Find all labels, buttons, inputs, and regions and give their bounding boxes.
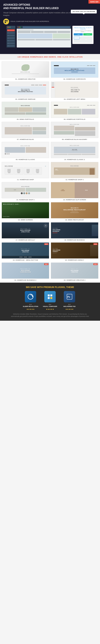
homepage-label-11: 11. HOMEPAGE SHOP (2, 179, 49, 180)
builder-add-btn[interactable]: + Add (74, 33, 83, 36)
premium-title: $65 SAVE WITH PREMIUM PLUGINS, THEME (3, 286, 97, 288)
homepage-label-16: 16. DEMO RESTAURANT (51, 219, 98, 221)
homepage-label-21: 21. HOMEPAGE BUSINESS 2 (2, 279, 49, 281)
svg-rect-0 (5, 20, 6, 22)
homepage-label-17: 17. HOMEPAGE DEFAULT (2, 239, 49, 241)
plugin-stars-1: ★★★★★ (42, 308, 58, 310)
homepage-thumb-20: WELCOME WOLVERINEAGENCY NEW (51, 242, 98, 258)
homepage-thumb-15: WOLVERINE'S GAR... Natural & Organic (2, 202, 49, 218)
homepage-thumb-19: WELCOME TO WOLVERINECREATIVE NEW (2, 242, 49, 258)
plugin-price-2: $12 (61, 304, 78, 305)
plugin-name-2: WOLVERINE PSD (61, 306, 78, 307)
save-badge: SAVE $34 (88, 0, 100, 4)
homepage-item-13[interactable]: WOLVERINE SHOP 13. HOMEPAGE SHOP 3 (2, 182, 49, 200)
homepage-thumb-13: WOLVERINE SHOP (2, 182, 49, 198)
builder-right-panel: Welcome to Blank Page, You Have No Conte… (72, 26, 94, 48)
vc-badge: VISUAL COMPOSER PAGE BUILDER FOR WORDPRE… (3, 19, 97, 24)
homepages-grid: WOLVERINE 01. HOMEPAGE CREATIVE WELCOME … (0, 60, 100, 282)
homepage-item-14[interactable]: SLIPSCREEN PAGE 14. HOMEPAGE SLIP SCREEN (51, 182, 98, 200)
homepage-item-5[interactable]: WOLVERINE 05. DEMO PORTFOLIO (2, 102, 49, 120)
homepage-item-18[interactable]: WELCOME WOLVERINEBUSINESS 18. HOMEPAGE B… (51, 222, 98, 241)
homepage-label-9: 09. HOMEPAGE CLASSIC (2, 159, 49, 160)
homepage-label-22: 22. HOMEPAGE CREATIVE 2 (51, 279, 98, 281)
new-badge-22: NEW (93, 263, 98, 265)
plugin-item-0: $19 SLIDER REVOLUTION ★★★★★ (22, 291, 39, 310)
homepage-label-18: 18. HOMEPAGE BUSINESS (51, 239, 98, 241)
plugin-stars-0: ★★★★★ (22, 308, 39, 310)
homepage-item-8[interactable]: WOLVERINE 08. HOMEPAGE BLOG MASONRY (51, 122, 98, 140)
homepage-label-7: 07. HOMEPAGE BLOG (2, 139, 49, 140)
any-page-bubble: ANY PAGE TYPE YOU CAN IMAGINE (71, 10, 97, 14)
svg-rect-9 (50, 297, 52, 299)
homepage-item-12[interactable]: WOLVERINE SHOP 12. HOMEPAGE SHOP 2 (51, 162, 98, 180)
plugin-item-2: Ps $12 WOLVERINE PSD ★★★★★ (61, 291, 78, 310)
plugin-icon-2: Ps (64, 291, 75, 302)
homepage-item-21[interactable]: WELCOME TO WOLVERINECORPORATION NEW21. H… (2, 262, 49, 281)
homepage-label-15: 15. DEMO GARDEN (2, 219, 49, 221)
homepage-item-22[interactable]: WELC. TO WOLVERINECREATIVE NEW22. HOMEPA… (51, 262, 98, 281)
homepages-section-title: >20 UNIQUE HOMEPAGES AND DEMOS. ONE CLIC… (0, 54, 100, 60)
homepage-item-15[interactable]: WOLVERINE'S GAR... Natural & Organic 15.… (2, 202, 49, 221)
homepage-item-1[interactable]: WOLVERINE 01. HOMEPAGE CREATIVE (2, 62, 49, 80)
plugin-price-1: $34 (42, 304, 58, 305)
homepage-item-7[interactable]: WOLVERINE 07. HOMEPAGE BLOG (2, 122, 49, 140)
homepage-item-4[interactable]: WOLVERINE WELCOME TO WOLVERINE 04. HOMEP… (51, 82, 98, 100)
homepage-thumb-1: WOLVERINE (2, 62, 49, 78)
plugin-name-1: VISUAL COMPOSER (42, 306, 58, 307)
homepage-label-1: 01. HOMEPAGE CREATIVE (2, 78, 49, 80)
homepage-item-20[interactable]: WELCOME WOLVERINEAGENCY NEW20. HOMEPAGE … (51, 242, 98, 261)
header-title: ADVANCED OPTIONSAND POWERFUL PAGE BUILDE… (3, 3, 97, 10)
homepage-label-2: 02. HOMEPAGE CORPORATE (51, 78, 98, 80)
homepage-item-3[interactable]: WOLVERINE WELCOME TO WOLVERINE CREATIVE!… (2, 82, 49, 100)
homepage-item-9[interactable]: WOLVERINE 09. HOMEPAGE CLASSIC (2, 142, 49, 160)
homepage-item-10[interactable]: WOLVERINE WELCOME Creative Design 10. HO… (51, 142, 98, 160)
vc-label: VISUAL COMPOSER PAGE BUILDER FOR WORDPRE… (10, 20, 49, 22)
new-badge-19: NEW (44, 243, 48, 245)
plugin-icon-1 (44, 291, 56, 302)
homepage-thumb-9: WOLVERINE (2, 142, 49, 158)
homepage-item-11[interactable]: WOLVERINE 🛒 11. HOMEPAGE SHOP (2, 162, 49, 180)
homepage-label-14: 14. HOMEPAGE SLIP SCREEN (51, 199, 98, 200)
plugin-icon-0 (25, 291, 36, 302)
homepage-label-12: 12. HOMEPAGE SHOP 2 (51, 179, 98, 180)
plugin-name-0: SLIDER REVOLUTION (22, 306, 39, 307)
homepage-thumb-18: WELCOME WOLVERINEBUSINESS (51, 222, 98, 238)
builder-layouts-btn[interactable]: ≡ Layouts (83, 33, 92, 36)
homepage-label-5: 05. DEMO PORTFOLIO (2, 118, 49, 120)
homepage-thumb-16: WELCOME TO WOLVERINE RESTAURANT Fine Din… (51, 202, 98, 218)
homepage-thumb-10: WOLVERINE WELCOME Creative Design (51, 142, 98, 158)
homepage-label-19: 19. HOMEPAGE - MENU BOTTOM (2, 259, 49, 261)
homepage-label-3: 03. HOMEPAGE ONEPAGE (2, 98, 49, 100)
homepage-thumb-6: WOLVERINE (51, 102, 98, 118)
svg-rect-1 (6, 20, 8, 22)
homepage-item-16[interactable]: WELCOME TO WOLVERINE RESTAURANT Fine Din… (51, 202, 98, 221)
builder-sidebar (6, 26, 16, 48)
homepage-label-4: 04. HOMEPAGE LEFT MENU (51, 98, 98, 100)
premium-section: $65 SAVE WITH PREMIUM PLUGINS, THEME $19… (0, 282, 100, 321)
new-badge-20: NEW (93, 243, 98, 245)
plugin-price-0: $19 (22, 304, 39, 305)
plugin-stars-2: ★★★★★ (61, 308, 78, 310)
builder-preview: Welcome to Blank Page, You Have No Conte… (3, 26, 97, 51)
homepage-item-2[interactable]: WELCOME TO WOLVERINE CREATIVE! 02. HOMEP… (51, 62, 98, 80)
svg-rect-7 (50, 294, 52, 296)
homepage-thumb-22: WELC. TO WOLVERINECREATIVE NEW (51, 262, 98, 279)
premium-description: Wolverine includes Slider Revolution, Vi… (10, 313, 90, 318)
homepage-label-13: 13. HOMEPAGE SHOP 3 (2, 199, 49, 200)
svg-rect-2 (5, 22, 6, 23)
homepage-thumb-7: WOLVERINE (2, 122, 49, 138)
homepage-thumb-11: WOLVERINE 🛒 (2, 162, 49, 178)
homepage-item-19[interactable]: WELCOME TO WOLVERINECREATIVE NEW19. HOME… (2, 242, 49, 261)
builder-main (17, 26, 71, 48)
new-badge-21: NEW (44, 263, 48, 265)
homepage-thumb-17: ☰ WELCOME TO WOLVERINECREATIVE (2, 222, 49, 238)
homepage-thumb-2: WELCOME TO WOLVERINE CREATIVE! (51, 62, 98, 78)
homepage-thumb-21: WELCOME TO WOLVERINECORPORATION NEW (2, 262, 49, 279)
svg-text:Ps: Ps (67, 296, 70, 298)
homepage-item-6[interactable]: WOLVERINE 06. HOMEPAGE PORTFOLIO (51, 102, 98, 120)
homepage-thumb-14: SLIPSCREEN PAGE (51, 182, 98, 198)
homepage-thumb-12: WOLVERINE SHOP (51, 162, 98, 178)
homepage-item-17[interactable]: ☰ WELCOME TO WOLVERINECREATIVE 17. HOMEP… (2, 222, 49, 241)
homepage-thumb-5: WOLVERINE (2, 102, 49, 118)
homepage-label-20: 20. HOMEPAGE AGENCY (51, 259, 98, 261)
